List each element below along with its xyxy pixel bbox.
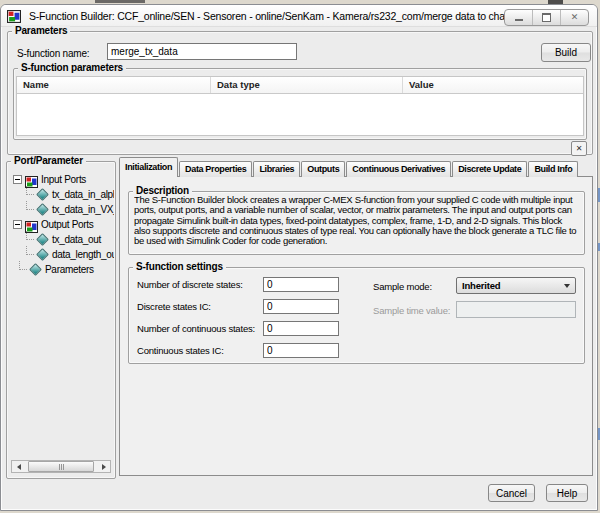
tab-outputs[interactable]: Outputs — [301, 161, 345, 177]
sample-time-input[interactable] — [456, 301, 576, 318]
tree-connector — [26, 202, 35, 217]
sfunction-parameters-legend: S-function parameters — [18, 62, 126, 74]
sfunction-name-label: S-function name: — [17, 48, 89, 59]
discrete-states-ic-label: Discrete states IC: — [137, 301, 263, 312]
number-of-continuous-states-input[interactable] — [263, 321, 339, 336]
close-button[interactable]: ✕ — [561, 10, 588, 25]
scrollbar-thumb[interactable] — [28, 461, 94, 472]
parameters-group: Parameters S-function name: Build S-func… — [7, 31, 593, 155]
column-header-name[interactable]: Name — [17, 77, 211, 93]
build-button[interactable]: Build — [541, 43, 591, 62]
tree-item-label: data_length_out — [52, 249, 114, 260]
port-block-icon — [25, 219, 38, 231]
tree-item-tx-data-out[interactable]: tx_data_out — [9, 232, 114, 247]
tree-item-output-ports[interactable]: Output Ports — [9, 217, 114, 232]
sfunction-settings-legend: S-function settings — [133, 261, 226, 273]
sample-mode-label: Sample mode: — [373, 281, 432, 292]
port-block-icon — [25, 174, 38, 186]
settings-row-continuous-states-ic: Continuous states IC: — [137, 342, 339, 358]
restore-button[interactable] — [533, 10, 561, 25]
number-of-discrete-states-label: Number of discrete states: — [137, 279, 263, 290]
tree-item-input-ports[interactable]: Input Ports — [9, 172, 114, 187]
scroll-left-icon[interactable] — [12, 461, 24, 472]
collapse-icon[interactable] — [13, 220, 22, 229]
tree-connector — [26, 232, 35, 247]
port-diamond-icon — [36, 233, 49, 246]
tree-item-tx-data-in-alpha[interactable]: tx_data_in_alpha — [9, 187, 114, 202]
settings-fields: Number of discrete states:Discrete state… — [137, 276, 339, 364]
sfunction-settings-group: S-function settings Number of discrete s… — [128, 267, 585, 364]
port-diamond-icon — [36, 203, 49, 216]
background-artifact — [95, 0, 145, 3]
initialization-tab-panel: Description The S-Function Builder block… — [119, 176, 593, 476]
port-parameter-legend: Port/Parameter — [11, 155, 86, 167]
help-button[interactable]: Help — [546, 484, 588, 502]
scroll-right-icon[interactable] — [98, 461, 110, 472]
close-icon: ✕ — [571, 13, 579, 22]
delete-parameter-button[interactable]: ✕ — [571, 141, 587, 156]
tab-libraries[interactable]: Libraries — [253, 161, 300, 177]
tab-build-info[interactable]: Build Info — [528, 161, 578, 177]
tab-initialization[interactable]: Initialization — [119, 157, 178, 177]
parameters-table: NameData typeValue — [16, 76, 584, 136]
tree-item-label: tx_data_out — [52, 234, 101, 245]
tree-item-label: Parameters — [45, 264, 94, 275]
continuous-states-ic-label: Continuous states IC: — [137, 345, 263, 356]
tree-item-label: tx_data_in_VX_eg — [52, 204, 114, 215]
port-parameter-tree: Input Portstx_data_in_alphatx_data_in_VX… — [9, 172, 114, 454]
description-group: Description The S-Function Builder block… — [128, 191, 585, 255]
port-parameter-panel: Port/Parameter Input Portstx_data_in_alp… — [6, 161, 116, 479]
tree-item-data-length-out[interactable]: data_length_out — [9, 247, 114, 262]
tab-bar: InitializationData PropertiesLibrariesOu… — [119, 157, 579, 177]
cancel-button[interactable]: Cancel — [488, 484, 535, 502]
param-table-body — [17, 94, 583, 135]
port-diamond-icon — [36, 188, 49, 201]
tree-item-parameters[interactable]: Parameters — [9, 262, 114, 277]
tree-horizontal-scrollbar[interactable] — [11, 460, 111, 473]
collapse-icon[interactable] — [13, 175, 22, 184]
sample-time-label: Sample time value: — [373, 305, 450, 316]
tab-data-properties[interactable]: Data Properties — [179, 161, 252, 177]
settings-row-number-of-discrete-states: Number of discrete states: — [137, 276, 339, 292]
sample-mode-value: Inherited — [462, 280, 500, 291]
sfunction-name-input[interactable] — [107, 43, 297, 60]
number-of-continuous-states-label: Number of continuous states: — [137, 323, 263, 334]
tree-item-label: Output Ports — [41, 219, 94, 230]
sample-mode-dropdown[interactable]: Inherited — [456, 277, 576, 294]
tree-item-tx-data-in-vx-eg[interactable]: tx_data_in_VX_eg — [9, 202, 114, 217]
settings-row-discrete-states-ic: Discrete states IC: — [137, 298, 339, 314]
param-table-header: NameData typeValue — [17, 77, 583, 94]
column-header-value[interactable]: Value — [403, 77, 583, 93]
minimize-icon — [515, 19, 523, 21]
number-of-discrete-states-input[interactable] — [263, 277, 339, 292]
restore-icon — [542, 13, 551, 22]
discrete-states-ic-input[interactable] — [263, 299, 339, 314]
tree-connector — [19, 262, 28, 277]
sfunction-builder-window: S-Function Builder: CCF_online/SEN - Sen… — [0, 4, 598, 511]
tree-connector — [26, 187, 35, 202]
tree-item-label: Input Ports — [41, 174, 86, 185]
settings-row-number-of-continuous-states: Number of continuous states: — [137, 320, 339, 336]
description-text: The S-Function Builder block creates a w… — [134, 195, 580, 252]
continuous-states-ic-input[interactable] — [263, 343, 339, 358]
tab-continuous-derivatives[interactable]: Continuous Derivatives — [346, 161, 451, 177]
column-header-data-type[interactable]: Data type — [211, 77, 403, 93]
app-icon — [7, 9, 21, 22]
sfunction-parameters-group: S-function parameters NameData typeValue — [13, 68, 587, 140]
tree-item-label: tx_data_in_alpha — [52, 189, 114, 200]
window-controls: ✕ — [504, 9, 589, 26]
tree-connector — [26, 247, 35, 262]
tab-discrete-update[interactable]: Discrete Update — [452, 161, 527, 177]
port-diamond-icon — [36, 248, 49, 261]
minimize-button[interactable] — [505, 10, 533, 25]
chevron-down-icon — [564, 284, 570, 291]
parameters-legend: Parameters — [12, 25, 70, 37]
close-icon: ✕ — [576, 144, 583, 153]
port-diamond-icon — [29, 263, 42, 276]
